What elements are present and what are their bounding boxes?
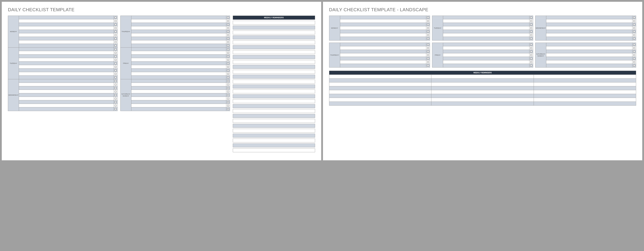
- reminder-row[interactable]: [233, 50, 315, 54]
- task-text[interactable]: [340, 37, 426, 40]
- checkbox-icon[interactable]: [227, 94, 229, 96]
- checkbox-icon[interactable]: [530, 20, 532, 22]
- task-text[interactable]: [443, 60, 530, 64]
- task-text[interactable]: [546, 30, 632, 33]
- checkbox-icon[interactable]: [115, 20, 116, 22]
- task-text[interactable]: [132, 79, 226, 82]
- checkbox-icon[interactable]: [633, 51, 635, 52]
- checkbox-icon[interactable]: [633, 61, 635, 63]
- reminder-row[interactable]: [233, 84, 315, 88]
- reminder-cell[interactable]: [329, 102, 432, 106]
- task-text[interactable]: [340, 43, 426, 46]
- task-text[interactable]: [132, 54, 226, 58]
- checkbox-icon[interactable]: [115, 52, 116, 54]
- task-text[interactable]: [19, 33, 114, 37]
- checkbox-icon[interactable]: [227, 45, 229, 46]
- task-text[interactable]: [19, 62, 114, 65]
- checkbox-icon[interactable]: [115, 105, 116, 106]
- task-text[interactable]: [443, 57, 530, 60]
- reminder-cell[interactable]: [329, 78, 432, 82]
- reminder-cell[interactable]: [329, 86, 432, 90]
- reminder-row[interactable]: [233, 94, 315, 98]
- task-text[interactable]: [340, 16, 426, 19]
- checkbox-icon[interactable]: [427, 58, 429, 60]
- checkbox-icon[interactable]: [427, 51, 429, 52]
- checkbox-icon[interactable]: [530, 51, 532, 52]
- checkbox-icon[interactable]: [115, 41, 116, 43]
- task-text[interactable]: [132, 86, 226, 90]
- task-text[interactable]: [443, 43, 530, 46]
- task-text[interactable]: [340, 23, 426, 26]
- reminder-row[interactable]: [233, 129, 315, 132]
- reminder-row[interactable]: [233, 65, 315, 69]
- checkbox-icon[interactable]: [227, 38, 229, 40]
- task-text[interactable]: [19, 16, 114, 19]
- checkbox-icon[interactable]: [115, 101, 116, 103]
- task-text[interactable]: [132, 83, 226, 86]
- checkbox-icon[interactable]: [227, 62, 229, 64]
- task-text[interactable]: [19, 90, 114, 93]
- checkbox-icon[interactable]: [633, 47, 635, 49]
- task-text[interactable]: [132, 100, 226, 104]
- task-text[interactable]: [132, 44, 226, 47]
- reminder-cell[interactable]: [534, 82, 636, 86]
- task-text[interactable]: [546, 57, 632, 60]
- checkbox-icon[interactable]: [227, 91, 229, 92]
- task-text[interactable]: [340, 46, 426, 50]
- task-text[interactable]: [132, 48, 226, 51]
- checkbox-icon[interactable]: [227, 70, 229, 71]
- task-text[interactable]: [132, 93, 226, 97]
- task-text[interactable]: [443, 46, 530, 50]
- task-text[interactable]: [546, 64, 632, 67]
- checkbox-icon[interactable]: [227, 76, 229, 78]
- checkbox-icon[interactable]: [427, 65, 429, 66]
- task-text[interactable]: [340, 60, 426, 64]
- reminder-cell[interactable]: [534, 78, 636, 82]
- reminder-row[interactable]: [233, 138, 315, 142]
- reminder-cell[interactable]: [534, 102, 636, 106]
- reminder-cell[interactable]: [534, 98, 636, 102]
- checkbox-icon[interactable]: [427, 17, 429, 18]
- task-text[interactable]: [546, 37, 632, 40]
- task-text[interactable]: [132, 58, 226, 62]
- checkbox-icon[interactable]: [633, 38, 635, 40]
- checkbox-icon[interactable]: [530, 34, 532, 36]
- task-text[interactable]: [19, 72, 114, 76]
- checkbox-icon[interactable]: [633, 31, 635, 32]
- checkbox-icon[interactable]: [227, 31, 229, 32]
- task-text[interactable]: [132, 37, 226, 40]
- reminder-row[interactable]: [233, 90, 315, 93]
- reminder-cell[interactable]: [534, 94, 636, 98]
- task-text[interactable]: [443, 64, 530, 67]
- reminder-row[interactable]: [233, 36, 315, 39]
- checkbox-icon[interactable]: [115, 59, 116, 61]
- checkbox-icon[interactable]: [227, 101, 229, 103]
- reminder-cell[interactable]: [432, 86, 534, 90]
- checkbox-icon[interactable]: [115, 80, 116, 82]
- checkbox-icon[interactable]: [115, 24, 116, 26]
- task-text[interactable]: [132, 23, 226, 26]
- checkbox-icon[interactable]: [427, 24, 429, 26]
- checkbox-icon[interactable]: [227, 17, 229, 18]
- task-text[interactable]: [340, 57, 426, 60]
- reminder-row[interactable]: [233, 144, 315, 147]
- checkbox-icon[interactable]: [530, 44, 532, 46]
- checkbox-icon[interactable]: [530, 38, 532, 40]
- task-text[interactable]: [546, 23, 632, 26]
- task-text[interactable]: [19, 93, 114, 97]
- checkbox-icon[interactable]: [633, 27, 635, 29]
- checkbox-icon[interactable]: [227, 59, 229, 61]
- checkbox-icon[interactable]: [115, 87, 116, 89]
- reminder-row[interactable]: [233, 109, 315, 113]
- checkbox-icon[interactable]: [115, 76, 116, 78]
- checkbox-icon[interactable]: [633, 20, 635, 22]
- checkbox-icon[interactable]: [115, 62, 116, 64]
- checkbox-icon[interactable]: [530, 31, 532, 32]
- task-text[interactable]: [132, 72, 226, 76]
- task-text[interactable]: [132, 62, 226, 65]
- task-text[interactable]: [19, 107, 114, 111]
- checkbox-icon[interactable]: [115, 38, 116, 40]
- checkbox-icon[interactable]: [115, 108, 116, 110]
- task-text[interactable]: [132, 65, 226, 68]
- reminder-row[interactable]: [233, 99, 315, 103]
